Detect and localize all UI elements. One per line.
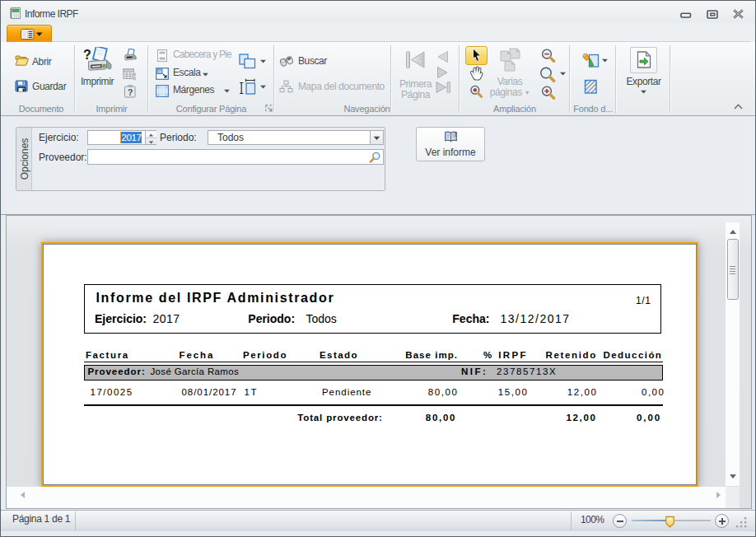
svg-text:?: ?: [128, 87, 133, 97]
svg-text:?: ?: [83, 48, 91, 62]
